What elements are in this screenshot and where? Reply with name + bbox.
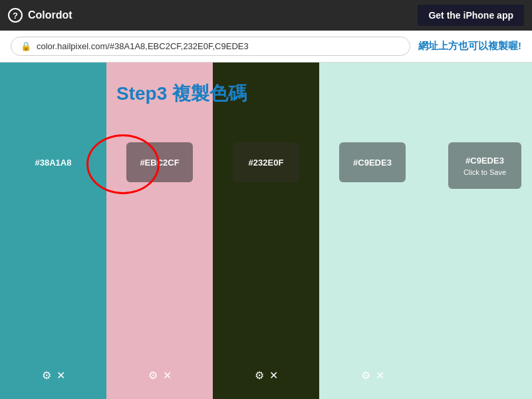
logo-text: Colordot: [28, 9, 72, 21]
save-swatch-color-label: #C9EDE3: [466, 156, 504, 166]
close-icon-2[interactable]: ✕: [163, 369, 172, 382]
save-swatch-button[interactable]: #C9EDE3 Click to Save: [448, 142, 521, 189]
color-swatch-4[interactable]: #C9EDE3: [339, 142, 406, 182]
address-bar-section: 🔒 color.hailpixel.com/#38A1A8,EBC2CF,232…: [0, 31, 532, 63]
swatch-label-3: #232E0F: [249, 158, 284, 168]
color-column-2: #EBC2CF ⚙ ✕: [106, 63, 213, 399]
bottom-icons-1: ⚙ ✕: [42, 369, 65, 382]
color-swatch-1[interactable]: #38A1A8: [20, 142, 86, 182]
color-column-4: #C9EDE3 ⚙ ✕: [319, 63, 426, 399]
swatch-label-4: #C9EDE3: [353, 158, 392, 168]
close-icon-1[interactable]: ✕: [57, 369, 65, 382]
url-text: color.hailpixel.com/#38A1A8,EBC2CF,232E0…: [37, 41, 249, 51]
iphone-app-button[interactable]: Get the iPhone app: [418, 5, 524, 26]
save-swatch-container: #C9EDE3 Click to Save: [448, 142, 521, 189]
columns-container: Step3 複製色碼 #38A1A8 ⚙ ✕ #EBC2CF ⚙ ✕ #232E…: [0, 63, 532, 399]
close-icon-4[interactable]: ✕: [376, 369, 384, 382]
header: ? Colordot Get the iPhone app: [0, 0, 532, 31]
color-swatch-2[interactable]: #EBC2CF: [126, 142, 193, 182]
logo-area: ? Colordot: [8, 8, 72, 23]
copy-hint: 網址上方也可以複製喔!: [418, 40, 521, 53]
save-swatch-sublabel: Click to Save: [464, 168, 506, 176]
color-swatch-3[interactable]: #232E0F: [233, 142, 299, 182]
color-column-5: #C9EDE3 Click to Save: [426, 63, 532, 399]
gear-icon-2[interactable]: ⚙: [148, 369, 158, 382]
address-bar[interactable]: 🔒 color.hailpixel.com/#38A1A8,EBC2CF,232…: [11, 37, 410, 56]
step3-label: Step3 複製色碼: [116, 81, 247, 106]
color-column-3: #232E0F ⚙ ✕: [213, 63, 319, 399]
bottom-icons-3: ⚙ ✕: [255, 369, 278, 382]
gear-icon-4[interactable]: ⚙: [361, 369, 370, 382]
bottom-icons-4: ⚙ ✕: [361, 369, 384, 382]
bottom-icons-2: ⚙ ✕: [148, 369, 172, 382]
lock-icon: 🔒: [21, 41, 31, 51]
swatch-label-1: #38A1A8: [35, 158, 72, 168]
close-icon-3[interactable]: ✕: [269, 369, 278, 382]
swatch-label-2: #EBC2CF: [140, 158, 179, 168]
color-column-1: #38A1A8 ⚙ ✕: [0, 63, 106, 399]
gear-icon-1[interactable]: ⚙: [42, 369, 51, 382]
gear-icon-3[interactable]: ⚙: [255, 369, 264, 382]
help-icon: ?: [8, 8, 23, 23]
